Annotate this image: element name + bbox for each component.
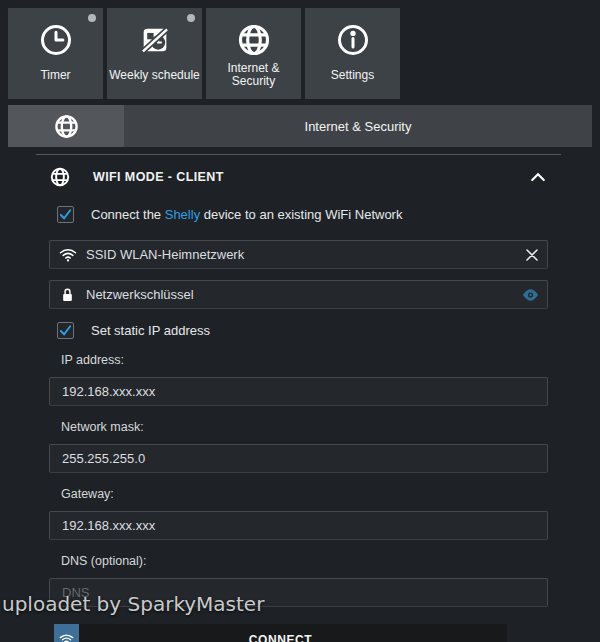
globe-icon <box>236 21 272 59</box>
tab-settings[interactable]: Settings <box>305 8 400 99</box>
weekly-schedule-off-icon <box>138 21 172 59</box>
ssid-input[interactable] <box>49 240 548 269</box>
dns-group: DNS (optional): <box>49 554 548 607</box>
tab-weekly-schedule[interactable]: Weekly schedule <box>107 8 202 99</box>
ssid-field-row <box>49 240 548 269</box>
info-icon <box>335 21 371 59</box>
ip-address-input[interactable] <box>49 377 548 406</box>
connect-button[interactable]: CONNECT <box>54 624 507 642</box>
shelly-link[interactable]: Shelly <box>165 207 200 222</box>
connect-wifi-checkbox[interactable] <box>57 206 74 223</box>
static-ip-checkbox[interactable] <box>57 322 74 339</box>
clock-icon <box>38 21 74 59</box>
connect-button-label: CONNECT <box>54 624 507 642</box>
page-header: Internet & Security <box>8 105 592 147</box>
password-field-row <box>49 280 548 309</box>
network-mask-input[interactable] <box>49 444 548 473</box>
wifi-mode-client-section: WIFI MODE - CLIENT Connect the Shelly de… <box>36 154 561 642</box>
tab-label: Weekly schedule <box>109 59 200 99</box>
notification-dot <box>187 14 195 22</box>
connect-wifi-checkbox-row[interactable]: Connect the Shelly device to an existing… <box>57 206 548 223</box>
ip-address-group: IP address: <box>49 353 548 406</box>
clear-ssid-icon[interactable] <box>525 248 539 262</box>
dns-input[interactable] <box>49 578 548 607</box>
lock-icon <box>61 287 74 303</box>
chevron-up-icon[interactable] <box>530 171 546 183</box>
tab-timer[interactable]: Timer <box>8 8 103 99</box>
gateway-group: Gateway: <box>49 487 548 540</box>
globe-icon <box>53 113 80 140</box>
section-header[interactable]: WIFI MODE - CLIENT <box>49 158 548 196</box>
tab-label: Timer <box>40 59 70 99</box>
tab-internet-security[interactable]: Internet & Security <box>206 8 301 99</box>
wifi-password-input[interactable] <box>49 280 548 309</box>
static-ip-label: Set static IP address <box>91 323 210 338</box>
static-ip-checkbox-row[interactable]: Set static IP address <box>57 322 548 339</box>
connect-wifi-label: Connect the Shelly device to an existing… <box>91 207 402 222</box>
tab-label: Settings <box>331 59 374 99</box>
notification-dot <box>88 14 96 22</box>
dns-label: DNS (optional): <box>61 554 548 568</box>
network-mask-group: Network mask: <box>49 420 548 473</box>
section-title: WIFI MODE - CLIENT <box>93 170 224 184</box>
globe-icon <box>49 166 71 188</box>
wifi-icon <box>59 247 77 262</box>
gateway-label: Gateway: <box>61 487 548 501</box>
page-title: Internet & Security <box>124 105 592 147</box>
top-tab-bar: Timer Weekly schedule Internet & Securit… <box>0 0 600 99</box>
nav-back-globe-button[interactable] <box>8 105 124 147</box>
tab-label: Internet & Security <box>206 59 301 99</box>
ip-address-label: IP address: <box>61 353 548 367</box>
network-mask-label: Network mask: <box>61 420 548 434</box>
gateway-input[interactable] <box>49 511 548 540</box>
show-password-eye-icon[interactable] <box>522 288 539 301</box>
